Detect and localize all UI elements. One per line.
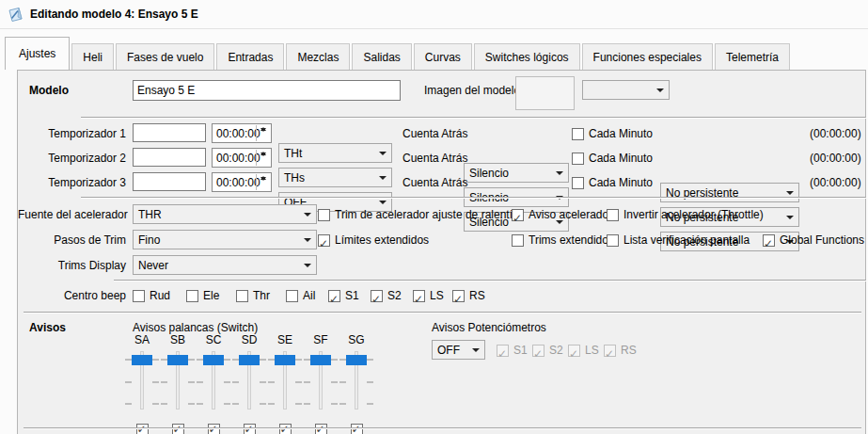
pot-warning-checkbox-s2: S2 [532, 340, 563, 361]
timer3-countdown-label: Cuenta Atrás [402, 172, 467, 193]
dropdown-arrow-icon [304, 238, 311, 242]
timer1-elapsed-value: (00:00:00) [810, 123, 861, 144]
tab-curvas[interactable]: Curvas [414, 43, 472, 70]
checkbox-icon [286, 290, 298, 302]
checkbox-icon [371, 290, 383, 302]
tab-telemetria[interactable]: Telemetría [715, 43, 790, 70]
dropdown-arrow-icon [304, 264, 311, 267]
switch-warning-checkbox-sb[interactable] [172, 419, 184, 434]
timer1-countdown-label: Cuenta Atrás [402, 123, 467, 144]
checkbox-icon [572, 153, 584, 165]
section-separator [114, 280, 866, 281]
pot-warnings-label: Avisos Potenciómetros [432, 317, 546, 338]
timer2-time-spinner[interactable]: 00:00:00 [212, 148, 272, 168]
center-beep-rud-checkbox[interactable]: Rud [133, 285, 170, 306]
trims-display-label: Trims Display [18, 255, 126, 276]
pot-warning-checkbox-ls: LS [568, 340, 599, 361]
timer1-name-input[interactable] [133, 123, 206, 142]
switch-warning-checkbox-sg[interactable] [351, 419, 363, 434]
warnings-section-label: Avisos [29, 317, 66, 338]
tab-salidas[interactable]: Salidas [352, 43, 411, 70]
center-beep-s2-checkbox[interactable]: S2 [371, 285, 402, 306]
center-beep-ls-checkbox[interactable]: LS [413, 285, 444, 306]
timer3-label: Temporizador 3 [18, 172, 126, 193]
checkbox-icon [133, 290, 145, 302]
pot-warnings-mode-dropdown[interactable]: OFF [432, 340, 485, 360]
timer3-name-input[interactable] [133, 172, 206, 191]
checkbox-icon [568, 345, 580, 357]
checkbox-icon [572, 177, 584, 189]
switch-warning-checkbox-sf[interactable] [315, 419, 327, 434]
timer2-name-input[interactable] [133, 148, 206, 167]
throttle-source-dropdown[interactable]: THR [133, 204, 317, 224]
tab-heli[interactable]: Heli [71, 43, 114, 70]
throttle-warning-checkbox[interactable]: Aviso acelerador [512, 204, 612, 225]
model-name-input[interactable] [133, 80, 401, 101]
section-separator [81, 197, 866, 199]
checkbox-icon [497, 345, 509, 357]
checkbox-icon [512, 234, 524, 247]
tab-mezclas[interactable]: Mezclas [286, 43, 350, 70]
switch-warning-checkbox-sd[interactable] [244, 419, 256, 434]
section-separator [24, 427, 861, 429]
timer1-label: Temporizador 1 [18, 123, 126, 144]
trim-steps-dropdown[interactable]: Fino [133, 230, 317, 249]
section-separator [81, 117, 866, 119]
checkbox-icon [186, 290, 198, 302]
checkbox-icon [318, 234, 330, 247]
center-beep-ele-checkbox[interactable]: Ele [186, 285, 219, 306]
dropdown-arrow-icon [472, 348, 480, 352]
dropdown-arrow-icon [304, 213, 311, 217]
model-image-dropdown[interactable] [582, 80, 670, 100]
checkbox-icon [318, 209, 330, 221]
checkbox-icon [607, 209, 619, 221]
center-beep-label: Centro beep [18, 285, 126, 306]
timer1-minute-checkbox[interactable]: Cada Minuto [572, 123, 653, 144]
checkbox-icon [572, 128, 584, 140]
center-beep-ail-checkbox[interactable]: Ail [286, 285, 315, 306]
extended-trims-checkbox[interactable]: Trims extendidos [512, 230, 614, 250]
timer1-time-spinner[interactable]: 00:00:00 [212, 123, 272, 143]
timer3-elapsed-value: (00:00:00) [810, 172, 861, 193]
timer2-elapsed-value: (00:00:00) [810, 148, 861, 169]
checkbox-icon [604, 345, 616, 357]
tab-entradas[interactable]: Entradas [216, 43, 284, 70]
window-titlebar: Editando modelo 4: Ensayo 5 E [0, 0, 868, 28]
tab-fases-de-vuelo[interactable]: Fases de vuelo [116, 43, 214, 70]
tab-bar: Ajustes Heli Fases de vuelo Entradas Mez… [5, 38, 792, 70]
timer2-minute-checkbox[interactable]: Cada Minuto [572, 148, 653, 169]
timer2-countdown-label: Cuenta Atrás [402, 148, 467, 169]
switch-warning-checkbox-sa[interactable] [136, 419, 149, 434]
section-separator [24, 312, 861, 313]
model-section-label: Modelo [29, 80, 69, 101]
switch-warning-checkbox-sc[interactable] [208, 419, 220, 434]
throttle-reverse-checkbox[interactable]: Invertir acelerador (Throttle) [607, 204, 764, 225]
timer3-minute-checkbox[interactable]: Cada Minuto [572, 172, 653, 193]
trim-steps-label: Pasos de Trim [18, 230, 126, 250]
center-beep-thr-checkbox[interactable]: Thr [236, 285, 270, 306]
checkbox-icon [607, 234, 619, 247]
model-image-label: Imagen del modelo [424, 80, 520, 101]
center-beep-s1-checkbox[interactable]: S1 [328, 285, 359, 306]
throttle-trim-idle-checkbox[interactable]: Trim de acelerador ajuste de ralentí [318, 204, 513, 225]
model-image-preview [515, 76, 575, 110]
window-title: Editando modelo 4: Ensayo 5 E [30, 8, 198, 21]
checklist-display-checkbox[interactable]: Lista verificación pantalla [607, 230, 750, 250]
trims-display-dropdown[interactable]: Never [133, 255, 317, 275]
checkbox-icon [512, 209, 524, 221]
timer3-time-spinner[interactable]: 00:00:00 [212, 172, 272, 192]
extended-limits-checkbox[interactable]: Límites extendidos [318, 230, 429, 250]
checkbox-icon [236, 290, 248, 302]
checkbox-icon [413, 290, 425, 302]
tab-switches-logicos[interactable]: Switches lógicos [474, 43, 580, 70]
tab-funciones-especiales[interactable]: Funciones especiales [582, 43, 713, 70]
checkbox-icon [532, 345, 544, 357]
titlebar-divider [0, 28, 868, 29]
timer2-label: Temporizador 2 [18, 148, 126, 169]
center-beep-rs-checkbox[interactable]: RS [452, 285, 485, 306]
edit-model-icon [8, 7, 24, 23]
switch-warning-checkbox-se[interactable] [279, 419, 292, 434]
tab-ajustes[interactable]: Ajustes [5, 37, 70, 70]
settings-pane: Modelo Imagen del modelo Temporizador 1 … [17, 70, 866, 434]
global-functions-checkbox[interactable]: Global Functions [763, 230, 864, 250]
